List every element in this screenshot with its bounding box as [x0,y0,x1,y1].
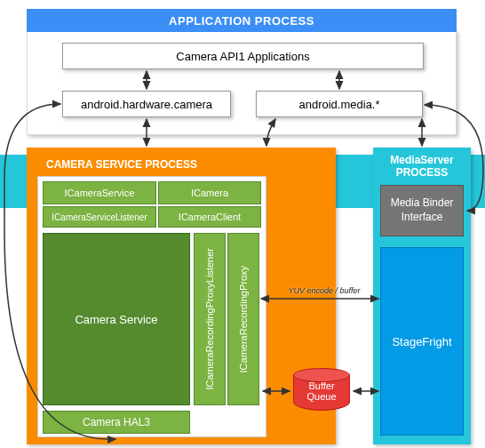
android-media-text: android.media.* [298,98,379,111]
buffer-queue-text: Buffer Queue [306,380,336,402]
media-binder-interface-text: Media Binder Interface [381,196,463,224]
recording-proxy-text: ICameraRecordingProxy [238,266,249,372]
icamera-text: ICamera [191,188,228,198]
mediaserver-process-title-text: MediaServer PROCESS [373,154,471,180]
android-hardware-camera: android.hardware.camera [62,91,231,117]
camera-service-text: Camera Service [75,313,157,326]
icamera-service-listener: ICameraServiceListener [43,206,156,228]
android-hardware-camera-text: android.hardware.camera [81,98,212,111]
camera-api-apps-text: Camera API1 Applications [176,50,309,63]
encode-label: YUV encode / buffer [275,286,373,295]
media-binder-interface: Media Binder Interface [380,185,464,236]
recording-proxy: ICameraRecordingProxy [227,233,259,405]
recording-proxy-listener-text: ICameraRecordingProxyListener [204,248,215,390]
diagram-canvas: APPLICATION PROCESS Camera API1 Applicat… [0,0,485,448]
android-media: android.media.* [256,91,423,117]
camera-api-apps: Camera API1 Applications [62,43,424,69]
camera-service-process-title: CAMERA SERVICE PROCESS [41,155,241,174]
camera-service: Camera Service [43,233,190,405]
icamera: ICamera [158,181,261,204]
camera-hal3: Camera HAL3 [43,411,190,434]
app-process-title-text: APPLICATION PROCESS [169,14,314,28]
camera-service-process-title-text: CAMERA SERVICE PROCESS [46,158,197,171]
app-process-title: APPLICATION PROCESS [27,9,457,32]
icamera-client-text: ICameraClient [179,212,241,222]
stagefright: StageFright [380,247,464,436]
mediaserver-process-title: MediaServer PROCESS [373,151,471,181]
stagefright-text: StageFright [392,335,451,348]
icamera-service-text: ICameraService [65,188,135,198]
icamera-service: ICameraService [43,181,156,204]
encode-label-text: YUV encode / buffer [288,286,360,295]
icamera-client: ICameraClient [158,206,261,228]
recording-proxy-listener: ICameraRecordingProxyListener [194,233,226,405]
camera-hal3-text: Camera HAL3 [83,416,150,428]
buffer-queue: Buffer Queue [293,368,350,411]
icamera-service-listener-text: ICameraServiceListener [52,212,147,222]
